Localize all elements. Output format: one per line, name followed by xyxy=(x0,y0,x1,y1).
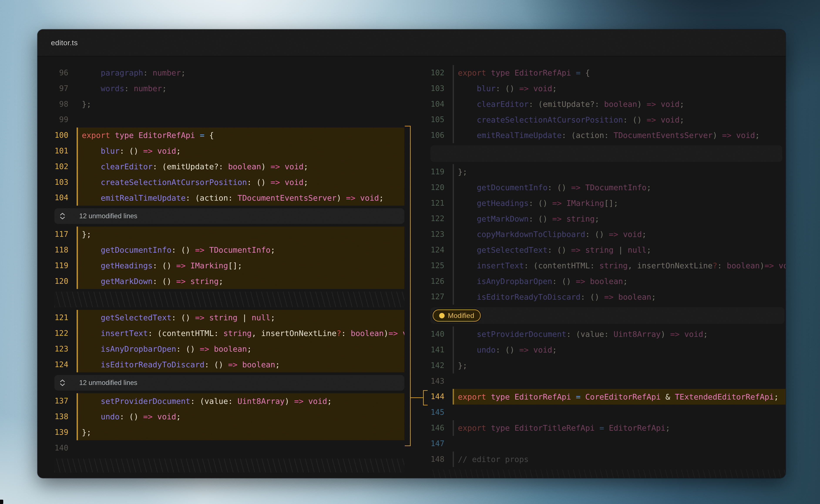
code-token: type xyxy=(115,131,134,140)
code-token: ; xyxy=(271,245,275,254)
code-token: : () xyxy=(153,277,176,286)
diff-connector-top-tick xyxy=(405,126,411,126)
line-number: 102 xyxy=(54,159,68,175)
code-token: type xyxy=(491,392,510,401)
code-line-148: 148// editor props xyxy=(430,452,786,467)
code-token: export xyxy=(458,392,486,401)
collapsed-region-band[interactable] xyxy=(430,145,782,162)
line-number: 145 xyxy=(430,405,444,420)
code-token: => xyxy=(576,277,585,286)
code-token xyxy=(304,397,308,406)
modified-badge: Modified xyxy=(433,309,481,322)
code-token: : () xyxy=(119,146,143,155)
code-token xyxy=(458,277,477,286)
code-token: void xyxy=(157,146,176,155)
code-token: => xyxy=(143,146,153,155)
code-token xyxy=(458,330,477,339)
code-token xyxy=(458,261,477,270)
code-line-body xyxy=(77,440,404,456)
code-text: words: number; xyxy=(82,84,167,93)
code-token xyxy=(82,146,101,155)
code-token: : (action: xyxy=(186,193,237,202)
code-token: ; xyxy=(647,245,651,254)
code-text: getMarkDown: () => string; xyxy=(458,214,599,223)
code-token: null xyxy=(252,313,271,322)
code-line-body: setProviderDocument: (value: Uint8Array)… xyxy=(77,393,404,409)
code-line-body: }; xyxy=(453,164,786,180)
code-token: ; xyxy=(327,397,332,406)
code-token: => xyxy=(647,115,656,124)
code-line-body: createSelectionAtCursorPosition: () => v… xyxy=(453,112,786,128)
code-line-124: 124 isEditorReadyToDiscard: () => boolea… xyxy=(54,357,404,373)
code-token: => xyxy=(176,261,186,270)
code-token: ; xyxy=(304,178,308,187)
code-token: = xyxy=(599,423,604,432)
code-text: insertText: (contentHTML: string, insert… xyxy=(458,261,786,270)
line-number: 98 xyxy=(54,96,68,112)
code-line-body: export type EditorRefApi = { xyxy=(77,128,404,143)
code-token: ) xyxy=(285,397,294,406)
code-line-147: 147 xyxy=(430,436,786,452)
code-line-body xyxy=(453,436,786,452)
code-token: }; xyxy=(82,230,91,239)
code-token: getMarkDown xyxy=(101,277,153,286)
code-token: => xyxy=(571,183,580,192)
code-line-body: insertText: (contentHTML: string, insert… xyxy=(453,258,786,274)
code-text: createSelectionAtCursorPosition: () => v… xyxy=(458,115,684,124)
code-token: : () xyxy=(529,214,552,223)
code-token xyxy=(153,146,157,155)
code-line-body: blur: () => void; xyxy=(453,81,786,96)
line-number: 121 xyxy=(430,195,444,211)
code-line-126: 126 isAnyDropbarOpen: () => boolean; xyxy=(430,274,786,289)
code-text: getMarkDown: () => string; xyxy=(82,277,223,286)
code-text: }; xyxy=(82,428,91,437)
code-text: isEditorReadyToDiscard: () => boolean; xyxy=(82,360,280,369)
code-line-145: 145 xyxy=(430,405,786,420)
line-number: 141 xyxy=(430,342,444,358)
code-token: ; xyxy=(379,193,384,202)
code-token xyxy=(209,344,214,353)
code-line-body: isEditorReadyToDiscard: () => boolean; xyxy=(77,357,404,373)
line-number: 125 xyxy=(430,258,444,274)
code-line-96: 96 paragraph: number; xyxy=(54,65,404,81)
code-token: string xyxy=(585,245,613,254)
code-token: getHeadings xyxy=(477,199,529,208)
hatch-placeholder xyxy=(54,292,404,307)
code-token: ; xyxy=(595,214,600,223)
code-token: : (emitUpdate?: xyxy=(153,162,228,171)
code-token: boolean xyxy=(590,277,623,286)
code-token: ) xyxy=(336,193,346,202)
code-text: export type EditorRefApi = { xyxy=(82,131,214,140)
line-number: 123 xyxy=(430,227,444,242)
code-line-140: 140 setProviderDocument: (value: Uint8Ar… xyxy=(430,326,786,342)
code-token: Uint8Array xyxy=(613,330,661,339)
code-token xyxy=(82,313,101,322)
unmodified-lines-banner[interactable]: 12 unmodified lines xyxy=(54,208,404,224)
code-token: ; xyxy=(552,345,557,354)
code-token: blur xyxy=(101,146,120,155)
code-token: => xyxy=(271,162,280,171)
code-token: // editor props xyxy=(458,455,529,464)
code-token: string xyxy=(566,214,595,223)
code-token: ; xyxy=(176,146,181,155)
code-token: ; xyxy=(275,360,280,369)
code-line-117: 117}; xyxy=(54,227,404,242)
code-line-102: 102 clearEditor: (emitUpdate?: boolean) … xyxy=(54,159,404,175)
code-line-146: 146export type EditorTitleRefApi = Edito… xyxy=(430,420,786,436)
code-token xyxy=(458,183,477,192)
code-token xyxy=(581,183,585,192)
code-token xyxy=(280,178,285,187)
code-line-127: 127 isEditorReadyToDiscard: () => boolea… xyxy=(430,289,786,305)
code-token: isAnyDropbarOpen xyxy=(477,277,552,286)
code-token: void xyxy=(403,329,404,338)
code-line-123: 123 copyMarkdownToClipboard: () => void; xyxy=(430,227,786,242)
code-token xyxy=(486,392,491,401)
code-token: ) xyxy=(712,131,722,140)
code-token xyxy=(585,277,590,286)
code-line-121: 121 getHeadings: () => IMarking[]; xyxy=(430,195,786,211)
hatch-placeholder xyxy=(54,459,404,472)
code-line-119: 119 getHeadings: () => IMarking[]; xyxy=(54,258,404,274)
modified-banner[interactable]: Modified xyxy=(430,307,785,324)
code-token: string xyxy=(599,261,628,270)
unmodified-lines-banner[interactable]: 12 unmodified lines xyxy=(54,375,404,391)
